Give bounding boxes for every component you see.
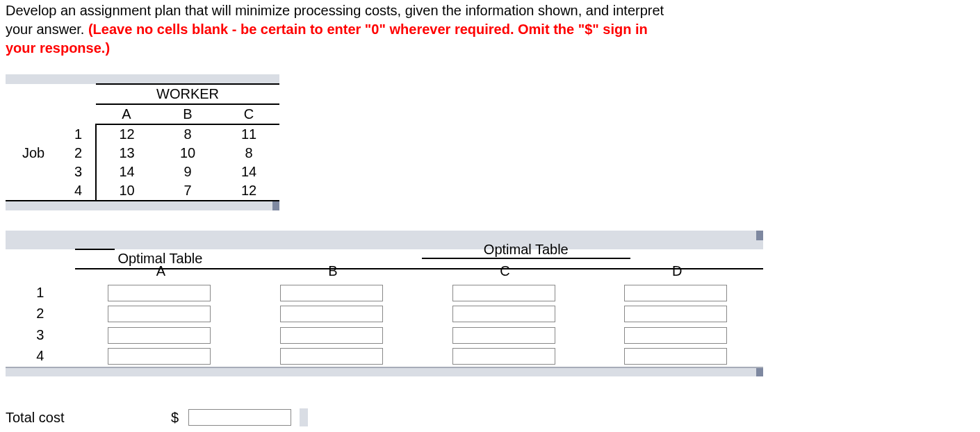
opt-col-D: D [591,260,763,282]
trailing-band [300,408,308,426]
input-4A[interactable] [108,348,211,365]
input-3D[interactable] [624,327,727,344]
total-cost-input[interactable] [188,409,291,426]
opt-col-A: A [75,260,247,282]
input-4C[interactable] [452,348,555,365]
col-B: B [157,104,218,124]
input-2C[interactable] [452,306,555,322]
col-C: C [218,104,279,124]
q-line2-red: (Leave no cells blank - be certain to en… [88,22,648,37]
dollar-sign: $ [171,410,183,426]
input-3C[interactable] [452,327,555,344]
opt-col-C: C [419,260,591,282]
q-line1: Develop an assignment plan that will min… [6,3,664,18]
q-line3-red: your response.) [6,40,110,56]
input-4B[interactable] [280,348,383,365]
input-3A[interactable] [108,327,211,344]
total-cost-row: Total cost $ [6,408,974,426]
opt-col-B: B [247,260,419,282]
input-1D[interactable] [624,285,727,301]
opt-row-2: 2 [6,304,75,325]
input-1A[interactable] [108,285,211,301]
input-2B[interactable] [280,306,383,322]
input-2D[interactable] [624,306,727,322]
row-3: 3 [61,163,96,181]
q-line2-pre: your answer. [6,22,88,37]
worker-title: WORKER [96,84,279,104]
row-2: 2 [61,144,96,163]
opt-row-1: 1 [6,282,75,304]
input-1B[interactable] [280,285,383,301]
table-footer-band [6,367,763,376]
question-prompt: Develop an assignment plan that will min… [6,1,974,58]
row-4: 4 [61,181,96,201]
input-1C[interactable] [452,285,555,301]
optimal-title2: Optimal Table [422,242,630,259]
opt-row-4: 4 [6,346,75,367]
row-1: 1 [61,124,96,144]
input-3B[interactable] [280,327,383,344]
col-A: A [96,104,157,124]
opt-row-3: 3 [6,324,75,346]
job-label: Job [6,144,61,163]
total-cost-label: Total cost [6,410,165,426]
cost-table: WORKER A B C 1 12 8 11 Job 2 13 10 8 3 1… [6,74,279,210]
input-2A[interactable] [108,306,211,322]
input-4D[interactable] [624,348,727,365]
